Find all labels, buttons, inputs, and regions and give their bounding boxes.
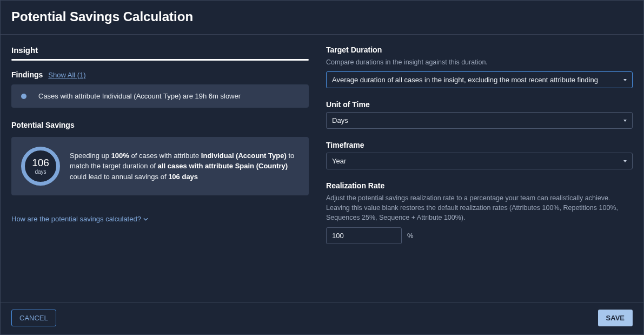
left-column: Insight Findings Show All (1) Cases with… [11,45,317,303]
realization-rate-input-row: % [326,227,633,244]
realization-rate-group: Realization Rate Adjust the potential sa… [326,181,633,244]
savings-description: Speeding up 100% of cases with attribute… [70,150,299,182]
cancel-button[interactable]: CANCEL [11,310,56,326]
save-button[interactable]: SAVE [598,310,633,326]
percent-label: % [407,232,414,240]
finding-bullet-icon [21,94,26,99]
caret-down-icon [623,79,627,81]
target-duration-select[interactable]: Average duration of all cases in the ins… [326,71,633,88]
caret-down-icon [623,120,627,122]
realization-rate-input[interactable] [326,227,402,244]
target-duration-label: Target Duration [326,45,633,54]
right-column: Target Duration Compare durations in the… [317,45,633,303]
findings-header: Findings Show All (1) [11,70,309,79]
unit-of-time-select[interactable]: Days [326,112,633,129]
dialog-footer: CANCEL SAVE [1,303,643,333]
donut-value: 106 [32,157,49,168]
insight-tab[interactable]: Insight [11,45,309,55]
timeframe-group: Timeframe Year [326,141,633,169]
findings-title: Findings [11,70,43,79]
timeframe-label: Timeframe [326,141,633,149]
help-link[interactable]: How are the potential savings calculated… [11,215,148,223]
target-duration-group: Target Duration Compare durations in the… [326,45,633,88]
finding-text: Cases with attribute Individual (Account… [38,92,241,100]
unit-of-time-label: Unit of Time [326,100,633,109]
dialog-header: Potential Savings Calculation [1,1,643,35]
caret-down-icon [623,160,627,162]
target-duration-help: Compare durations in the insight against… [326,57,633,67]
show-all-link[interactable]: Show All (1) [48,71,85,79]
dialog-body: Insight Findings Show All (1) Cases with… [1,35,643,303]
potential-savings-title: Potential Savings [11,121,309,129]
realization-rate-label: Realization Rate [326,181,633,190]
realization-rate-help: Adjust the potential savings realization… [326,193,633,222]
tab-underline [11,59,309,61]
savings-donut: 106 days [21,147,60,186]
dialog-title: Potential Savings Calculation [11,9,633,24]
chevron-down-icon [143,218,148,221]
finding-card: Cases with attribute Individual (Account… [11,84,309,108]
donut-unit: days [35,169,46,175]
timeframe-select[interactable]: Year [326,153,633,169]
savings-card: 106 days Speeding up 100% of cases with … [11,137,309,195]
unit-of-time-group: Unit of Time Days [326,100,633,129]
